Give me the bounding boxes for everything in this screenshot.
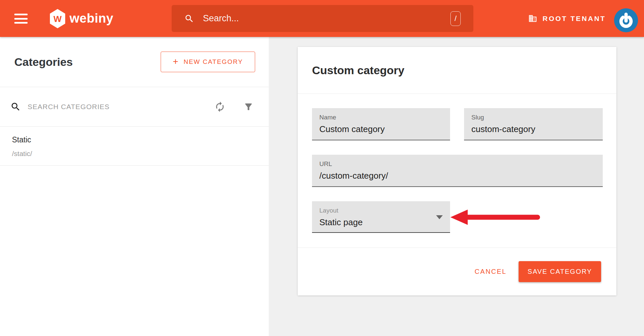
category-url: /static/ bbox=[12, 150, 269, 158]
topbar: W webiny / ROOT TENANT bbox=[0, 0, 644, 37]
new-category-button-label: NEW CATEGORY bbox=[184, 58, 243, 66]
global-search-bar[interactable]: / bbox=[172, 5, 473, 32]
annotation-arrow-icon bbox=[450, 209, 541, 225]
keyboard-shortcut-badge: / bbox=[450, 11, 461, 26]
category-name: Static bbox=[12, 135, 269, 144]
slug-field[interactable]: Slug bbox=[464, 108, 603, 140]
refresh-button[interactable] bbox=[214, 101, 226, 112]
cancel-button[interactable]: CANCEL bbox=[473, 264, 509, 279]
tenant-name: ROOT TENANT bbox=[543, 15, 606, 23]
name-field-input[interactable] bbox=[319, 124, 440, 134]
category-search-input[interactable] bbox=[28, 103, 214, 111]
brand-name: webiny bbox=[70, 11, 113, 26]
slug-field-label: Slug bbox=[471, 114, 603, 121]
category-list-item[interactable]: Static /static/ bbox=[0, 127, 269, 166]
new-category-button[interactable]: + NEW CATEGORY bbox=[161, 52, 255, 72]
webiny-hexagon-icon: W bbox=[50, 9, 65, 28]
plus-icon: + bbox=[173, 56, 179, 67]
filter-button[interactable] bbox=[243, 102, 253, 112]
category-form-card: Custom category Name Slug URL Layout Sta… bbox=[298, 47, 616, 295]
webiny-logo[interactable]: W webiny bbox=[50, 0, 113, 37]
avatar-power-icon bbox=[613, 8, 639, 33]
categories-panel: Categories + NEW CATEGORY Static /static… bbox=[0, 37, 269, 336]
page-title: Categories bbox=[14, 56, 73, 69]
name-field-label: Name bbox=[319, 114, 450, 121]
chevron-down-icon bbox=[436, 215, 443, 219]
global-search-input[interactable] bbox=[203, 13, 450, 24]
layout-select[interactable]: Layout Static page bbox=[312, 201, 450, 233]
slug-field-input[interactable] bbox=[471, 124, 592, 134]
refresh-icon bbox=[214, 101, 226, 112]
form-title: Custom category bbox=[312, 64, 404, 77]
filter-icon bbox=[243, 102, 253, 112]
building-icon bbox=[528, 14, 537, 23]
form-footer: CANCEL SAVE CATEGORY bbox=[298, 248, 616, 295]
form-header: Custom category bbox=[298, 47, 616, 94]
save-category-button[interactable]: SAVE CATEGORY bbox=[519, 261, 601, 282]
url-field-input[interactable] bbox=[319, 171, 580, 181]
menu-icon[interactable] bbox=[14, 14, 28, 24]
layout-select-label: Layout bbox=[319, 207, 450, 214]
tenant-selector[interactable]: ROOT TENANT bbox=[528, 0, 606, 37]
search-icon bbox=[184, 14, 194, 24]
name-field[interactable]: Name bbox=[312, 108, 450, 140]
user-avatar[interactable] bbox=[613, 8, 639, 33]
url-field-label: URL bbox=[319, 160, 603, 168]
webiny-logo-letter: W bbox=[54, 14, 62, 24]
layout-selected-value: Static page bbox=[319, 217, 450, 228]
categories-header: Categories + NEW CATEGORY bbox=[0, 37, 269, 87]
search-icon bbox=[10, 101, 21, 112]
url-field[interactable]: URL bbox=[312, 155, 603, 187]
category-search-row bbox=[0, 87, 269, 127]
